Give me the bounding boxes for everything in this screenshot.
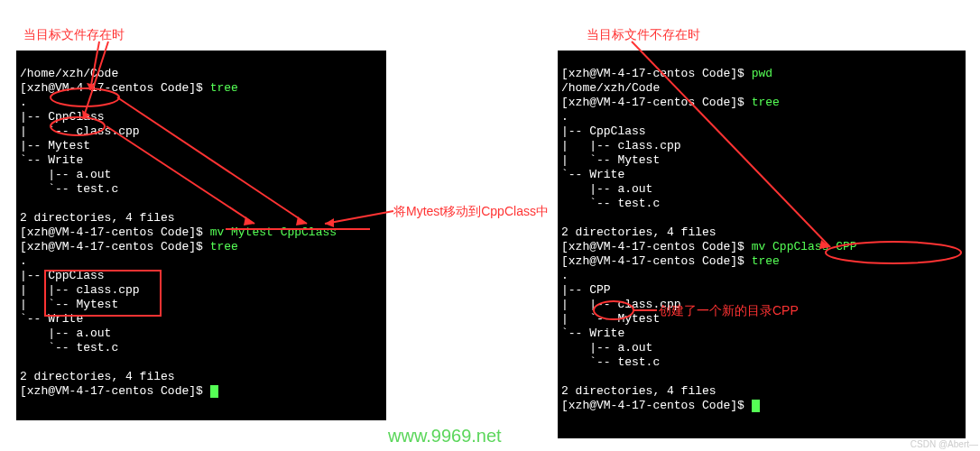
terminal-line: 2 directories, 4 files (20, 211, 175, 225)
terminal-line: |-- CppClass (20, 110, 105, 124)
terminal-line (203, 384, 210, 398)
prompt: [xzh@VM-4-17-centos Code]$ (561, 96, 744, 109)
terminal-line: |-- a.out (20, 327, 111, 340)
prompt: [xzh@VM-4-17-centos Code]$ (561, 399, 744, 412)
terminal-line: . (561, 269, 569, 282)
terminal-line: |-- Mytest (20, 139, 90, 152)
command-text: mv Mytest CppClass (203, 226, 337, 239)
credit-text: CSDN @Abert— (911, 439, 978, 449)
terminal-line: |-- CPP (561, 283, 611, 297)
prompt: [xzh@VM-4-17-centos Code]$ (561, 67, 744, 80)
terminal-line: `-- Write (561, 168, 624, 181)
terminal-line: `-- Write (20, 153, 83, 167)
cursor-icon (210, 385, 218, 398)
terminal-line: |-- a.out (20, 168, 111, 181)
terminal-line: |-- a.out (561, 182, 652, 196)
terminal-line: `-- Write (561, 327, 624, 340)
prompt: [xzh@VM-4-17-centos Code]$ (561, 240, 744, 253)
cursor-icon (752, 400, 760, 412)
terminal-line (744, 399, 752, 412)
command-text: pwd (744, 67, 772, 80)
terminal-line: . (20, 254, 27, 268)
command-text: tree (203, 240, 238, 253)
terminal-line: |-- CppClass (561, 124, 646, 138)
terminal-line: `-- test.c (561, 197, 660, 210)
annotation-create-note: 创建了一个新的目录CPP (659, 303, 799, 319)
terminal-right[interactable]: [xzh@VM-4-17-centos Code]$ pwd /home/xzh… (558, 51, 966, 438)
command-text: tree (744, 96, 780, 109)
terminal-line: |-- a.out (561, 341, 652, 354)
prompt: [xzh@VM-4-17-centos Code]$ (20, 240, 203, 253)
terminal-line: /home/xzh/Code (20, 67, 118, 80)
prompt: [xzh@VM-4-17-centos Code]$ (20, 226, 203, 239)
terminal-line: . (561, 110, 569, 124)
terminal-line: | |-- class.cpp (561, 139, 681, 152)
annotation-title-right: 当目标文件不存在时 (587, 27, 700, 43)
command-text: tree (203, 81, 238, 95)
terminal-line: | `-- Mytest (561, 312, 660, 326)
terminal-line: `-- test.c (561, 355, 660, 369)
prompt: [xzh@VM-4-17-centos Code]$ (20, 81, 203, 95)
prompt: [xzh@VM-4-17-centos Code]$ (20, 384, 203, 398)
terminal-left[interactable]: /home/xzh/Code [xzh@VM-4-17-centos Code]… (16, 51, 386, 420)
annotation-title-left: 当目标文件存在时 (23, 27, 125, 43)
terminal-line: `-- test.c (20, 341, 118, 354)
terminal-line: /home/xzh/Code (561, 81, 660, 95)
terminal-line: 2 directories, 4 files (561, 384, 717, 398)
terminal-line: | `-- class.cpp (20, 124, 140, 138)
terminal-line: `-- Write (20, 312, 83, 326)
terminal-line: . (20, 96, 27, 109)
terminal-line: 2 directories, 4 files (20, 370, 175, 383)
terminal-line: | |-- class.cpp (20, 283, 140, 297)
terminal-line: | `-- Mytest (561, 153, 660, 167)
prompt: [xzh@VM-4-17-centos Code]$ (561, 254, 744, 268)
watermark-text: www.9969.net (388, 426, 502, 446)
command-text: mv CppClass CPP (744, 240, 857, 253)
terminal-line: | `-- Mytest (20, 298, 118, 311)
terminal-line: |-- CppClass (20, 269, 105, 282)
command-text: tree (744, 254, 780, 268)
annotation-move-note: 将Mytest移动到CppClass中 (393, 204, 549, 220)
terminal-line: `-- test.c (20, 182, 118, 196)
terminal-line: 2 directories, 4 files (561, 226, 717, 239)
